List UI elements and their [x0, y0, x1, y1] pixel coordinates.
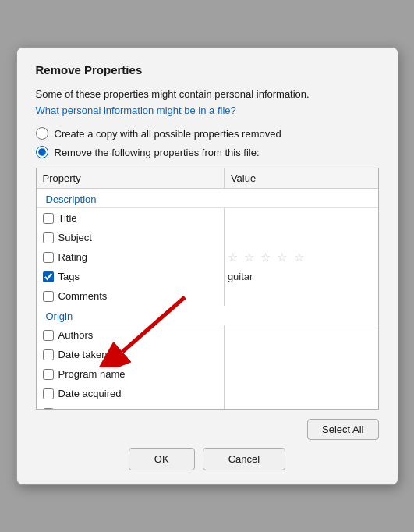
rating-stars: ☆ ☆ ☆ ☆ ☆ [224, 247, 377, 267]
prop-value-date-taken [224, 345, 377, 364]
prop-value-tags: guitar [224, 267, 377, 286]
prop-cell-comments: Comments [37, 286, 225, 306]
checkbox-authors[interactable] [43, 330, 54, 341]
prop-cell-program-name: Program name [37, 364, 225, 384]
table-row: Comments [37, 286, 378, 306]
prop-name-authors: Authors [58, 329, 94, 341]
prop-cell-copyright: Copyright [37, 403, 225, 409]
prop-name-subject: Subject [58, 232, 92, 243]
checkbox-comments[interactable] [43, 291, 54, 302]
prop-cell-title: Title [37, 208, 225, 229]
col-header-property: Property [37, 168, 225, 189]
radio-option-copy[interactable]: Create a copy with all possible properti… [36, 127, 379, 140]
radio-group: Create a copy with all possible properti… [36, 127, 379, 158]
radio-remove-label: Remove the following properties from thi… [55, 147, 260, 158]
property-table: Property Value Description Title Subject [37, 168, 378, 409]
prop-value-program-name [224, 364, 377, 384]
prop-cell-date-acquired: Date acquired [37, 384, 225, 403]
radio-copy[interactable] [36, 127, 48, 140]
cancel-button[interactable]: Cancel [203, 448, 285, 470]
prop-value-authors [224, 325, 377, 346]
section-header-description: Description [37, 189, 378, 208]
checkbox-program-name[interactable] [43, 369, 54, 380]
radio-remove[interactable] [36, 146, 48, 158]
checkbox-date-acquired[interactable] [43, 388, 54, 399]
checkbox-tags[interactable] [43, 271, 54, 282]
prop-name-tags: Tags [58, 271, 80, 282]
prop-cell-rating: Rating [37, 247, 225, 267]
prop-name-date-acquired: Date acquired [58, 388, 122, 399]
prop-name-comments: Comments [58, 290, 108, 302]
prop-value-title [224, 208, 377, 229]
checkbox-title[interactable] [43, 213, 54, 224]
checkbox-copyright[interactable] [43, 408, 54, 410]
checkbox-subject[interactable] [43, 232, 54, 243]
button-row: OK Cancel [36, 448, 379, 470]
prop-cell-tags: Tags [37, 267, 225, 286]
table-row: Subject [37, 228, 378, 247]
property-table-scroll[interactable]: Property Value Description Title Subject [37, 168, 378, 409]
prop-name-rating: Rating [58, 251, 88, 263]
property-table-container: Property Value Description Title Subject [36, 168, 379, 410]
prop-value-comments [224, 286, 377, 306]
checkbox-date-taken[interactable] [43, 349, 54, 360]
table-row: Tags guitar [37, 267, 378, 286]
col-header-value: Value [224, 168, 377, 189]
checkbox-rating[interactable] [43, 252, 54, 263]
table-row: Title [37, 208, 378, 229]
ok-button[interactable]: OK [129, 448, 195, 470]
prop-value-subject [224, 228, 377, 247]
personal-info-link[interactable]: What personal information might be in a … [36, 105, 236, 116]
prop-value-copyright [224, 403, 377, 409]
prop-name-title: Title [58, 212, 77, 224]
table-row: Date acquired [37, 384, 378, 403]
radio-option-remove[interactable]: Remove the following properties from thi… [36, 146, 379, 158]
select-all-button[interactable]: Select All [307, 419, 378, 440]
prop-name-copyright: Copyright [58, 407, 102, 409]
remove-properties-dialog: Remove Properties Some of these properti… [16, 47, 398, 485]
table-row: Program name [37, 364, 378, 384]
table-row: Date taken [37, 345, 378, 364]
info-text: Some of these properties might contain p… [36, 87, 379, 101]
prop-cell-date-taken: Date taken [37, 345, 225, 364]
prop-value-date-acquired [224, 384, 377, 403]
table-row: Authors [37, 325, 378, 346]
table-row: Copyright [37, 403, 378, 409]
prop-name-program-name: Program name [58, 368, 126, 380]
section-header-origin: Origin [37, 306, 378, 325]
bottom-section: Select All [36, 419, 379, 440]
dialog-title: Remove Properties [36, 63, 379, 76]
table-row: Rating ☆ ☆ ☆ ☆ ☆ [37, 247, 378, 267]
prop-name-date-taken: Date taken [58, 349, 108, 360]
prop-cell-subject: Subject [37, 228, 225, 247]
prop-cell-authors: Authors [37, 325, 225, 346]
radio-copy-label: Create a copy with all possible properti… [55, 128, 281, 140]
